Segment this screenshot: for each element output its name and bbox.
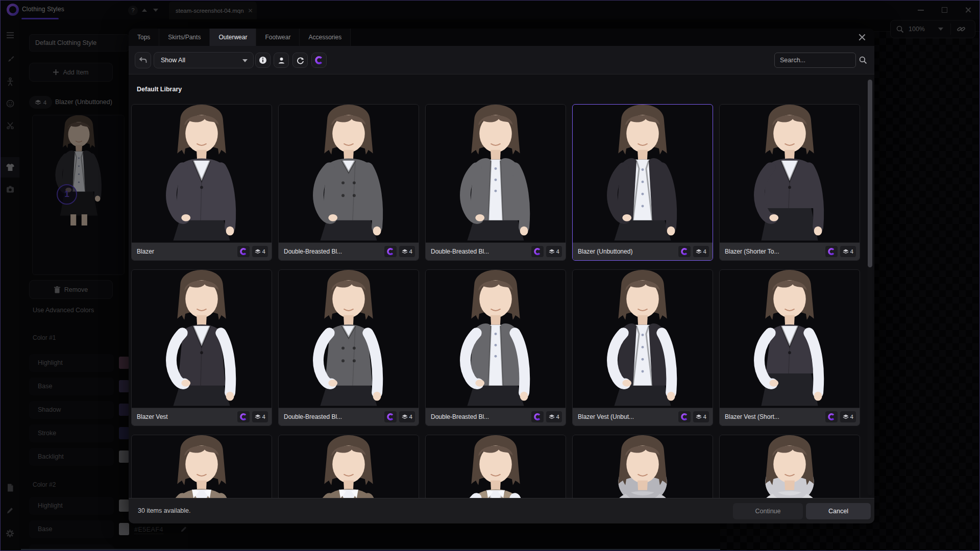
clothing-thumbnail (279, 435, 419, 498)
clothing-thumbnail (132, 270, 272, 408)
mannequin-badge-icon (384, 246, 397, 257)
clothing-thumbnail (426, 435, 566, 498)
clothing-item-card[interactable] (131, 435, 272, 498)
cancel-button[interactable]: Cancel (806, 503, 871, 519)
clothing-item-card[interactable]: Double-Breasted Bl...4 (425, 104, 566, 261)
layers-icon (843, 249, 849, 254)
scrollbar-track[interactable] (868, 77, 872, 495)
card-footer: Blazer Vest (Unbut...4 (573, 408, 713, 425)
clothing-item-card[interactable]: Blazer (Shorter To...4 (719, 104, 860, 261)
clothing-thumbnail (279, 270, 419, 408)
undo-icon (139, 57, 147, 64)
clothing-thumbnail (132, 105, 272, 243)
layer-count-badge: 4 (399, 246, 415, 257)
layer-count-badge: 4 (252, 246, 268, 257)
tab-tops[interactable]: Tops (129, 29, 159, 46)
refresh-icon (297, 57, 304, 64)
scrollbar-thumb[interactable] (868, 80, 872, 267)
clothing-thumbnail (132, 435, 272, 498)
mannequin-badge-icon (237, 246, 250, 257)
item-name: Double-Breasted Bl... (284, 248, 382, 255)
mannequin-library-button[interactable] (311, 53, 327, 68)
section-title: Default Library (137, 86, 182, 93)
layers-icon (843, 414, 849, 419)
chevron-down-icon (242, 59, 248, 62)
layers-icon (255, 249, 261, 254)
card-footer: Blazer4 (132, 242, 272, 260)
layer-count-badge: 4 (546, 411, 562, 422)
item-name: Blazer (Shorter To... (725, 248, 823, 255)
mannequin-badge-icon (825, 411, 838, 422)
continue-button[interactable]: Continue (733, 503, 803, 519)
clothing-item-card[interactable] (719, 435, 860, 498)
tab-skirts-pants[interactable]: Skirts/Pants (159, 29, 210, 46)
mannequin-badge-icon (237, 411, 250, 422)
app-window: Clothing Styles ? steam-screenshot-04.mq… (0, 0, 980, 551)
modal-close-icon[interactable] (857, 32, 867, 42)
layer-count-badge: 4 (399, 411, 415, 422)
clothing-item-card[interactable]: Double-Breasted Bl...4 (425, 269, 566, 426)
clothing-thumbnail (279, 105, 419, 243)
library-body: Default Library Blazer4Double-Breasted B… (129, 74, 874, 498)
clothing-item-card[interactable]: Blazer Vest4 (131, 269, 272, 426)
layer-count-badge: 4 (252, 411, 268, 422)
mannequin-badge-icon (825, 246, 838, 257)
item-name: Double-Breasted Bl... (284, 413, 382, 420)
mannequin-badge-icon (531, 246, 544, 257)
tab-accessories[interactable]: Accessories (300, 29, 351, 46)
layer-count-badge: 4 (693, 411, 709, 422)
mannequin-logo-icon (315, 56, 323, 64)
library-toolbar: Show All (129, 46, 874, 74)
card-footer: Blazer Vest4 (132, 408, 272, 425)
card-footer: Double-Breasted Bl...4 (279, 408, 419, 425)
clothing-item-card[interactable]: Blazer Vest (Short...4 (719, 269, 860, 426)
clothing-item-card[interactable]: Blazer (Unbuttoned)4 (572, 104, 713, 261)
refresh-button[interactable] (292, 53, 308, 68)
layers-icon (402, 249, 408, 254)
layer-count-badge: 4 (840, 411, 856, 422)
library-tabbar: Tops Skirts/Pants Outerwear Footwear Acc… (129, 29, 874, 46)
info-button[interactable] (255, 53, 271, 68)
card-footer: Blazer Vest (Short...4 (720, 408, 860, 425)
clothing-item-card[interactable]: Double-Breasted Bl...4 (278, 269, 419, 426)
item-name: Blazer Vest (Unbut... (578, 413, 676, 420)
card-footer: Double-Breasted Bl...4 (426, 408, 566, 425)
layer-count-badge: 4 (840, 246, 856, 257)
clothing-item-card[interactable] (425, 435, 566, 498)
layers-icon (255, 414, 261, 419)
mannequin-badge-icon (678, 246, 691, 257)
mannequin-toggle-button[interactable] (274, 53, 289, 68)
mannequin-badge-icon (384, 411, 397, 422)
clothing-library-modal: Tops Skirts/Pants Outerwear Footwear Acc… (129, 29, 874, 523)
layers-icon (549, 249, 555, 254)
mannequin-badge-icon (531, 411, 544, 422)
clothing-item-card[interactable]: Blazer4 (131, 104, 272, 261)
clothing-grid: Blazer4Double-Breasted Bl...4Double-Brea… (131, 104, 872, 498)
info-icon (259, 56, 267, 64)
clothing-thumbnail (720, 270, 860, 408)
clothing-thumbnail (573, 105, 713, 243)
search-icon[interactable] (859, 56, 867, 64)
mannequin-badge-icon (678, 411, 691, 422)
filter-dropdown[interactable]: Show All (154, 52, 254, 68)
layer-count-badge: 4 (693, 246, 709, 257)
clothing-thumbnail (426, 270, 566, 408)
item-name: Blazer Vest (Short... (725, 413, 823, 420)
layers-icon (696, 249, 702, 254)
item-name: Blazer (137, 248, 235, 255)
undo-button[interactable] (135, 52, 151, 68)
clothing-item-card[interactable] (278, 435, 419, 498)
clothing-item-card[interactable]: Blazer Vest (Unbut...4 (572, 269, 713, 426)
card-footer: Double-Breasted Bl...4 (426, 242, 566, 260)
clothing-item-card[interactable]: Double-Breasted Bl...4 (278, 104, 419, 261)
search-input[interactable] (774, 53, 856, 68)
tab-footwear[interactable]: Footwear (256, 29, 300, 46)
person-icon (278, 57, 285, 64)
clothing-item-card[interactable] (572, 435, 713, 498)
card-footer: Blazer (Shorter To...4 (720, 242, 860, 260)
tab-outerwear[interactable]: Outerwear (210, 29, 256, 46)
clothing-thumbnail (573, 270, 713, 408)
library-footer: 30 items available. Continue Cancel (129, 498, 874, 523)
clothing-thumbnail (426, 105, 566, 243)
layer-count-badge: 4 (546, 246, 562, 257)
